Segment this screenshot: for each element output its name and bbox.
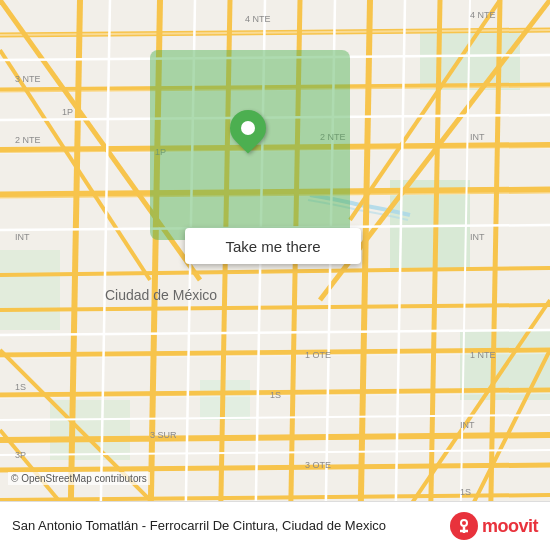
- moovit-brand-text: moovit: [482, 516, 538, 537]
- svg-text:1S: 1S: [460, 487, 471, 497]
- svg-text:4 NTE: 4 NTE: [470, 10, 496, 20]
- svg-rect-5: [50, 400, 130, 460]
- moovit-logo[interactable]: moovit: [450, 512, 538, 540]
- svg-text:INT: INT: [15, 232, 30, 242]
- svg-text:INT: INT: [470, 132, 485, 142]
- svg-text:1S: 1S: [15, 382, 26, 392]
- svg-text:3 NTE: 3 NTE: [15, 74, 41, 84]
- svg-text:INT: INT: [470, 232, 485, 242]
- svg-text:2 NTE: 2 NTE: [15, 135, 41, 145]
- svg-text:3P: 3P: [15, 450, 26, 460]
- svg-text:1 NTE: 1 NTE: [470, 350, 496, 360]
- map-container: 4 NTE 4 NTE 3 NTE 2 NTE 2 NTE INT 1P 1P …: [0, 0, 550, 550]
- svg-point-72: [462, 521, 466, 525]
- location-label: San Antonio Tomatlán - Ferrocarril De Ci…: [12, 517, 442, 535]
- svg-text:1P: 1P: [62, 107, 73, 117]
- svg-text:1 OTE: 1 OTE: [305, 350, 331, 360]
- map-attribution: © OpenStreetMap contributors: [8, 472, 150, 485]
- svg-text:INT: INT: [460, 420, 475, 430]
- bottom-bar: San Antonio Tomatlán - Ferrocarril De Ci…: [0, 501, 550, 550]
- take-me-there-button[interactable]: Take me there: [185, 228, 361, 264]
- svg-text:3 OTE: 3 OTE: [305, 460, 331, 470]
- svg-text:3 SUR: 3 SUR: [150, 430, 177, 440]
- svg-rect-3: [0, 250, 60, 330]
- moovit-icon: [450, 512, 478, 540]
- svg-text:1S: 1S: [270, 390, 281, 400]
- location-pin: [230, 110, 266, 146]
- svg-text:Ciudad de México: Ciudad de México: [105, 287, 217, 303]
- svg-text:4 NTE: 4 NTE: [245, 14, 271, 24]
